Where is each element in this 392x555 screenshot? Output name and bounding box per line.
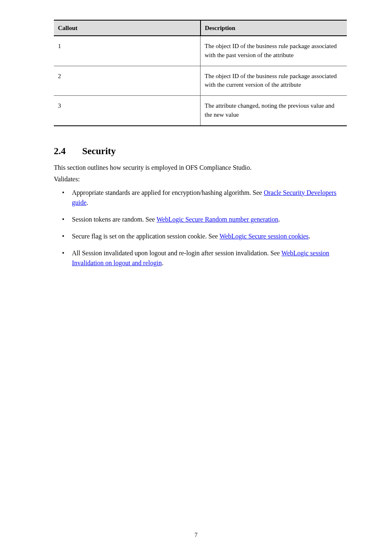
list-item: Session tokens are random. See WebLogic … xyxy=(56,215,347,225)
bullet-text: Appropriate standards are applied for en… xyxy=(72,189,264,196)
bullet-text-after: . xyxy=(309,233,310,240)
validates-label: Validates: xyxy=(54,176,347,183)
bullet-text: All Session invalidated upon logout and … xyxy=(72,250,281,257)
section-title: Security xyxy=(82,146,116,156)
cell-description: The object ID of the business rule packa… xyxy=(201,66,347,96)
callout-table: Callout Description 1 The object ID of t… xyxy=(54,20,347,126)
link-weblogic-secure-random[interactable]: WebLogic Secure Random number generation xyxy=(157,216,278,223)
list-item: Appropriate standards are applied for en… xyxy=(56,188,347,208)
bullet-text: Secure flag is set on the application se… xyxy=(72,233,219,240)
table-row: 1 The object ID of the business rule pac… xyxy=(54,36,347,66)
table-row: 3 The attribute changed, noting the prev… xyxy=(54,96,347,126)
bullet-list: Appropriate standards are applied for en… xyxy=(56,188,347,269)
section-number: 2.4 xyxy=(54,146,66,156)
table-header-callout: Callout xyxy=(54,20,201,36)
bullet-text-after: . xyxy=(278,216,280,223)
cell-description: The attribute changed, noting the previo… xyxy=(201,96,347,126)
table-header-description: Description xyxy=(201,20,347,36)
cell-callout: 2 xyxy=(54,66,201,96)
list-item: Secure flag is set on the application se… xyxy=(56,231,347,242)
cell-description: The object ID of the business rule packa… xyxy=(201,36,347,66)
bullet-text: Session tokens are random. See xyxy=(72,216,157,223)
cell-callout: 1 xyxy=(54,36,201,66)
bullet-text-after: . xyxy=(162,259,164,266)
cell-callout: 3 xyxy=(54,96,201,126)
section-intro: This section outlines how security is em… xyxy=(54,164,347,171)
link-weblogic-secure-session-cookies[interactable]: WebLogic Secure session cookies xyxy=(219,233,309,240)
bullet-text-after: . xyxy=(87,199,88,206)
list-item: All Session invalidated upon logout and … xyxy=(56,248,347,269)
table-row: 2 The object ID of the business rule pac… xyxy=(54,66,347,96)
section-heading: 2.4 Security xyxy=(54,146,347,157)
